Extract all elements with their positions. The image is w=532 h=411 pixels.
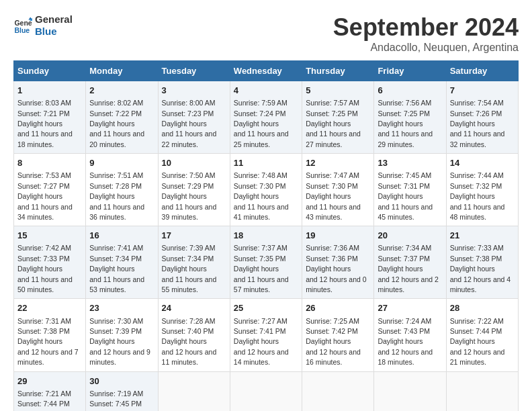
daylight-duration: and 11 hours and 53 minutes. (89, 275, 144, 293)
daylight-label: Daylight hours (306, 120, 351, 128)
calendar-cell: 25 Sunrise: 7:27 AM Sunset: 7:41 PM Dayl… (230, 299, 302, 371)
sunrise-info: Sunrise: 8:03 AM (17, 99, 71, 107)
day-number: 19 (306, 230, 370, 242)
daylight-label: Daylight hours (162, 337, 207, 345)
calendar-week-row: 8 Sunrise: 7:53 AM Sunset: 7:27 PM Dayli… (14, 154, 519, 226)
sunset-info: Sunset: 7:40 PM (162, 327, 214, 335)
daylight-label: Daylight hours (450, 337, 495, 345)
calendar-cell (302, 371, 374, 411)
sunset-info: Sunset: 7:28 PM (89, 182, 142, 190)
daylight-label: Daylight hours (450, 192, 495, 200)
sunset-info: Sunset: 7:23 PM (162, 109, 214, 118)
sunset-info: Sunset: 7:21 PM (17, 109, 70, 118)
sunrise-info: Sunrise: 7:50 AM (162, 171, 216, 179)
calendar-cell: 1 Sunrise: 8:03 AM Sunset: 7:21 PM Dayli… (14, 81, 86, 154)
sunrise-info: Sunrise: 8:02 AM (89, 99, 143, 107)
sunset-info: Sunset: 7:31 PM (378, 182, 430, 190)
calendar-cell: 4 Sunrise: 7:59 AM Sunset: 7:24 PM Dayli… (230, 81, 302, 154)
sunset-info: Sunset: 7:44 PM (17, 400, 70, 408)
sunset-info: Sunset: 7:44 PM (450, 327, 502, 335)
day-number: 27 (378, 302, 442, 314)
calendar-cell: 15 Sunrise: 7:42 AM Sunset: 7:33 PM Dayl… (14, 226, 86, 299)
calendar-cell: 24 Sunrise: 7:28 AM Sunset: 7:40 PM Dayl… (158, 299, 230, 371)
sunset-info: Sunset: 7:22 PM (89, 109, 142, 118)
calendar-cell: 27 Sunrise: 7:24 AM Sunset: 7:43 PM Dayl… (374, 299, 446, 371)
calendar-cell: 14 Sunrise: 7:44 AM Sunset: 7:32 PM Dayl… (446, 154, 518, 226)
day-number: 22 (17, 302, 82, 314)
sunrise-info: Sunrise: 7:21 AM (17, 390, 71, 398)
day-number: 26 (306, 302, 370, 314)
sunrise-info: Sunrise: 7:30 AM (89, 317, 143, 325)
calendar-cell: 22 Sunrise: 7:31 AM Sunset: 7:38 PM Dayl… (14, 299, 86, 371)
calendar-cell: 5 Sunrise: 7:57 AM Sunset: 7:25 PM Dayli… (302, 81, 374, 154)
sunset-info: Sunset: 7:30 PM (306, 182, 358, 190)
sunset-info: Sunset: 7:35 PM (234, 255, 286, 263)
calendar-cell: 20 Sunrise: 7:34 AM Sunset: 7:37 PM Dayl… (374, 226, 446, 299)
daylight-duration: and 11 hours and 36 minutes. (89, 203, 144, 221)
logo: General Blue General Blue (13, 13, 73, 38)
logo-line1: General (35, 13, 73, 26)
daylight-duration: and 12 hours and 14 minutes. (234, 348, 289, 366)
day-number: 23 (89, 302, 154, 314)
sunset-info: Sunset: 7:24 PM (234, 109, 286, 118)
daylight-duration: and 11 hours and 22 minutes. (162, 130, 217, 148)
sunset-info: Sunset: 7:41 PM (234, 327, 286, 335)
calendar-cell: 6 Sunrise: 7:56 AM Sunset: 7:25 PM Dayli… (374, 81, 446, 154)
daylight-label: Daylight hours (306, 337, 351, 345)
day-number: 5 (306, 85, 370, 97)
daylight-duration: and 12 hours and 0 minutes. (306, 275, 367, 293)
day-number: 15 (17, 230, 82, 242)
day-number: 21 (450, 230, 515, 242)
calendar-cell: 29 Sunrise: 7:21 AM Sunset: 7:44 PM Dayl… (14, 371, 86, 411)
day-number: 7 (450, 85, 515, 97)
sunset-info: Sunset: 7:25 PM (378, 109, 430, 118)
daylight-duration: and 11 hours and 55 minutes. (162, 275, 217, 293)
logo-line2: Blue (35, 26, 73, 38)
sunrise-info: Sunrise: 7:25 AM (306, 317, 359, 325)
day-of-week-header: Tuesday (158, 61, 230, 81)
sunset-info: Sunset: 7:26 PM (450, 109, 502, 118)
sunset-info: Sunset: 7:30 PM (234, 182, 286, 190)
daylight-duration: and 12 hours and 9 minutes. (89, 348, 150, 366)
day-number: 1 (17, 85, 82, 97)
daylight-label: Daylight hours (306, 265, 351, 273)
location-subtitle: Andacollo, Neuquen, Argentina (333, 42, 519, 54)
sunrise-info: Sunrise: 7:48 AM (234, 171, 287, 179)
sunrise-info: Sunrise: 7:34 AM (378, 244, 431, 252)
sunrise-info: Sunrise: 7:54 AM (450, 99, 504, 107)
day-number: 30 (89, 375, 154, 387)
day-of-week-header: Monday (86, 61, 158, 81)
sunrise-info: Sunrise: 7:42 AM (17, 244, 71, 252)
calendar-cell (374, 371, 446, 411)
day-number: 25 (234, 302, 298, 314)
calendar-cell: 9 Sunrise: 7:51 AM Sunset: 7:28 PM Dayli… (86, 154, 158, 226)
calendar-cell: 30 Sunrise: 7:19 AM Sunset: 7:45 PM Dayl… (86, 371, 158, 411)
daylight-label: Daylight hours (162, 120, 207, 128)
sunset-info: Sunset: 7:42 PM (306, 327, 358, 335)
days-of-week-row: SundayMondayTuesdayWednesdayThursdayFrid… (14, 61, 519, 81)
calendar-cell: 26 Sunrise: 7:25 AM Sunset: 7:42 PM Dayl… (302, 299, 374, 371)
day-of-week-header: Saturday (446, 61, 518, 81)
daylight-label: Daylight hours (378, 192, 423, 200)
daylight-label: Daylight hours (17, 265, 62, 273)
sunset-info: Sunset: 7:33 PM (17, 255, 70, 263)
sunset-info: Sunset: 7:38 PM (17, 327, 70, 335)
day-of-week-header: Sunday (14, 61, 86, 81)
sunrise-info: Sunrise: 7:47 AM (306, 171, 359, 179)
title-area: September 2024 Andacollo, Neuquen, Argen… (333, 13, 519, 54)
sunrise-info: Sunrise: 7:24 AM (378, 317, 431, 325)
daylight-duration: and 12 hours and 7 minutes. (17, 348, 79, 366)
sunrise-info: Sunrise: 7:37 AM (234, 244, 287, 252)
sunset-info: Sunset: 7:43 PM (378, 327, 430, 335)
calendar-cell: 21 Sunrise: 7:33 AM Sunset: 7:38 PM Dayl… (446, 226, 518, 299)
daylight-duration: and 11 hours and 18 minutes. (17, 130, 73, 148)
day-number: 4 (234, 85, 298, 97)
daylight-label: Daylight hours (89, 192, 134, 200)
day-number: 16 (89, 230, 154, 242)
calendar-cell: 12 Sunrise: 7:47 AM Sunset: 7:30 PM Dayl… (302, 154, 374, 226)
sunset-info: Sunset: 7:34 PM (162, 255, 214, 263)
calendar-cell: 17 Sunrise: 7:39 AM Sunset: 7:34 PM Dayl… (158, 226, 230, 299)
daylight-label: Daylight hours (378, 337, 423, 345)
day-number: 12 (306, 157, 370, 169)
daylight-duration: and 11 hours and 43 minutes. (306, 203, 361, 221)
